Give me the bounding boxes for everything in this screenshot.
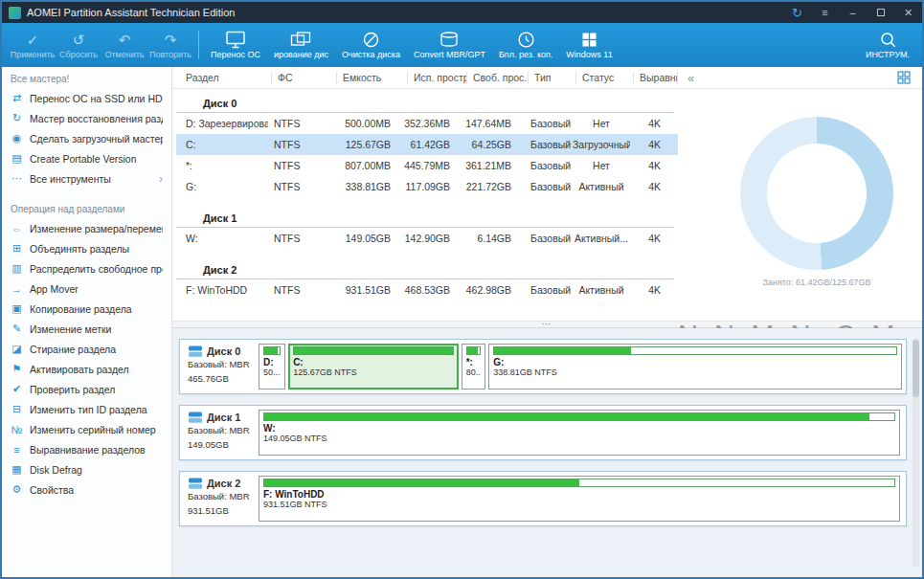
vertical-scrollbar[interactable] bbox=[913, 338, 919, 568]
table-row[interactable]: W: NTFS 149.05GB 142.90GB 6.14GB Базовый… bbox=[176, 228, 678, 249]
sidebar-item-label: Изменить тип ID раздела bbox=[30, 404, 147, 415]
convert-mbr-gpt-label: Convert MBR/GPT bbox=[414, 50, 485, 59]
cell-partition: *: bbox=[176, 160, 268, 171]
type-id-icon: ⊟ bbox=[11, 403, 23, 415]
sidebar-item-change-serial[interactable]: № Изменить серийный номер bbox=[2, 419, 171, 439]
sidebar-item-label: App Mover bbox=[30, 283, 79, 295]
view-grid-icon[interactable] bbox=[897, 71, 911, 84]
sidebar-item-label: Стирание раздела bbox=[30, 344, 116, 355]
sidebar-item-partition-recovery[interactable]: ↻ Мастер восстановления раздела bbox=[2, 108, 171, 128]
reset-button[interactable]: ↺ Сбросить bbox=[56, 23, 101, 67]
col-header-partition[interactable]: Раздел bbox=[180, 72, 272, 84]
col-header-fs[interactable]: ФС bbox=[272, 72, 337, 84]
sidebar-item-check-partition[interactable]: ✔ Проверить раздел bbox=[2, 379, 171, 399]
partition-block-w[interactable]: W: 149.05GB NTFS bbox=[259, 410, 900, 456]
sidebar-item-label: Сделать загрузочный мастер-... bbox=[30, 133, 163, 145]
partition-strip: W: 149.05GB NTFS bbox=[257, 406, 906, 459]
partition-letter: G: bbox=[493, 357, 897, 367]
cell-alignment: 4K bbox=[630, 118, 674, 129]
partition-letter: D: bbox=[263, 357, 281, 367]
magnifier-icon bbox=[879, 31, 897, 49]
refresh-icon[interactable]: ↻ bbox=[783, 2, 811, 23]
menu-icon[interactable]: ≡ bbox=[811, 2, 839, 23]
sidebar-item-wipe-partition[interactable]: ◪ Стирание раздела bbox=[2, 339, 171, 359]
sidebar-item-allocate-free-space[interactable]: ▥ Распределить свободное прос... bbox=[2, 258, 171, 278]
clone-disk-button[interactable]: ирование дис bbox=[267, 23, 335, 67]
sidebar-item-properties[interactable]: ⚙ Свойства bbox=[2, 479, 171, 500]
sidebar-item-partition-alignment[interactable]: ≡ Выравнивание разделов bbox=[2, 439, 171, 459]
sidebar-item-change-type-id[interactable]: ⊟ Изменить тип ID раздела bbox=[2, 399, 171, 419]
usage-bar-fill bbox=[294, 347, 453, 354]
col-header-free[interactable]: Своб. прос... bbox=[467, 72, 529, 84]
tools-button[interactable]: ИНСТРУМ. bbox=[861, 23, 914, 67]
col-header-status[interactable]: Статус bbox=[576, 72, 634, 84]
sidebar-item-change-label[interactable]: ✎ Изменение метки bbox=[2, 319, 171, 339]
col-header-capacity[interactable]: Емкость bbox=[337, 72, 408, 84]
partition-block-f[interactable]: F: WinToHDD 931.51GB NTFS bbox=[259, 476, 900, 522]
sidebar-item-bootable-media[interactable]: ◉ Сделать загрузочный мастер-... bbox=[2, 128, 171, 148]
table-row[interactable]: D: Зарезервировано... NTFS 500.00MB 352.… bbox=[176, 113, 678, 134]
minimize-button[interactable]: – bbox=[839, 2, 867, 23]
disk-info: Диск 2 Базовый: MBR 931.51GB bbox=[180, 472, 257, 525]
wipe-disk-button[interactable]: Очистка диска bbox=[335, 23, 407, 67]
sidebar-item-migrate-os[interactable]: ⇄ Перенос ОС на SSD или HDD bbox=[2, 88, 171, 108]
partition-block-g[interactable]: G: 338.81GB NTFS bbox=[488, 344, 902, 390]
sidebar-item-merge[interactable]: ⊞ Объединять разделы bbox=[2, 238, 171, 258]
cell-used: 352.36MB bbox=[404, 118, 463, 129]
col-header-type[interactable]: Тип bbox=[529, 72, 576, 84]
sidebar-item-disk-defrag[interactable]: ▦ Disk Defrag bbox=[2, 459, 171, 479]
convert-mbr-gpt-button[interactable]: Convert MBR/GPT bbox=[407, 23, 492, 67]
disk-info: Диск 1 Базовый: MBR 149.05GB bbox=[180, 406, 257, 459]
undo-button[interactable]: ↶ Отменить bbox=[101, 23, 147, 67]
partition-block-d[interactable]: D: 50... bbox=[259, 344, 285, 390]
table-header: Раздел ФС Емкость Исп. простр. Своб. про… bbox=[172, 67, 922, 89]
reset-label: Сбросить bbox=[59, 50, 98, 59]
disk-size: 149.05GB bbox=[188, 438, 255, 453]
usage-bar-fill bbox=[264, 347, 278, 354]
cell-alignment: 4K bbox=[630, 233, 674, 244]
disk-name: Диск 1 bbox=[207, 411, 240, 424]
redo-button[interactable]: ↷ Повторить bbox=[147, 23, 193, 67]
table-row[interactable]: *: NTFS 807.00MB 445.79MB 361.21MB Базов… bbox=[176, 155, 678, 176]
merge-icon: ⊞ bbox=[11, 242, 23, 255]
partition-block-star[interactable]: *: 80... bbox=[462, 344, 485, 390]
usage-donut-label: Занято: 61.42GB/125.67GB bbox=[731, 278, 903, 287]
windows11-button[interactable]: Windows 11 bbox=[559, 23, 619, 67]
cell-partition: W: bbox=[176, 233, 268, 244]
disk-card-0: Диск 0 Базовый: MBR 465.76GB D: 50... bbox=[179, 339, 907, 394]
table-row[interactable]: G: NTFS 338.81GB 117.09GB 221.72GB Базов… bbox=[176, 176, 678, 197]
scrollbar-thumb[interactable] bbox=[913, 340, 919, 397]
partition-block-c[interactable]: C: 125.67GB NTFS bbox=[288, 344, 459, 390]
undo-label: Отменить bbox=[104, 50, 144, 59]
titlebar[interactable]: AOMEI Partition Assistant Technician Edi… bbox=[2, 2, 922, 23]
sidebar-item-label: Распределить свободное прос... bbox=[30, 263, 163, 275]
cell-free: 462.98GB bbox=[463, 284, 525, 296]
usage-bar-fill bbox=[494, 347, 631, 354]
collapse-panel-icon[interactable]: « bbox=[687, 71, 694, 85]
cell-free: 147.64MB bbox=[463, 118, 525, 129]
maximize-button[interactable] bbox=[867, 2, 894, 23]
sidebar-item-all-tools[interactable]: ⋯ Все инструменты › bbox=[2, 168, 171, 189]
partition-letter: F: WinToHDD bbox=[263, 489, 895, 500]
clone-disk-icon bbox=[290, 31, 311, 49]
close-button[interactable]: ✕ bbox=[894, 2, 922, 23]
sidebar-item-portable-version[interactable]: ▤ Create Portable Version bbox=[2, 148, 171, 168]
sidebar-item-app-mover[interactable]: → App Mover bbox=[2, 278, 171, 299]
cell-type: Базовый bbox=[525, 181, 573, 192]
partition-size: 338.81GB NTFS bbox=[493, 367, 897, 377]
table-row-selected[interactable]: C: NTFS 125.67GB 61.42GB 64.25GB Базовый… bbox=[176, 134, 678, 155]
cell-free: 6.14GB bbox=[463, 233, 525, 244]
col-header-used[interactable]: Исп. простр. bbox=[408, 72, 467, 84]
cell-capacity: 338.81GB bbox=[333, 181, 404, 192]
apply-button[interactable]: ✓ Применить bbox=[10, 23, 56, 67]
table-row[interactable]: F: WinToHDD NTFS 931.51GB 468.53GB 462.9… bbox=[176, 279, 678, 301]
sidebar-item-copy-partition[interactable]: ▣ Копирование раздела bbox=[2, 299, 171, 319]
disk-group-label: Диск 0 bbox=[176, 89, 674, 113]
sidebar-item-resize-move[interactable]: ⇔ Изменение размера/перемеще... bbox=[2, 218, 171, 238]
col-header-alignment[interactable]: Выравнива... bbox=[634, 72, 678, 84]
cell-type: Базовый bbox=[525, 284, 573, 296]
backup-button[interactable]: Бпл. рез. коп. bbox=[492, 23, 559, 67]
cell-free: 64.25GB bbox=[463, 139, 525, 150]
migrate-os-button[interactable]: Перенос ОС bbox=[204, 23, 267, 67]
sidebar-item-set-active[interactable]: ⚑ Активировать раздел bbox=[2, 359, 171, 379]
